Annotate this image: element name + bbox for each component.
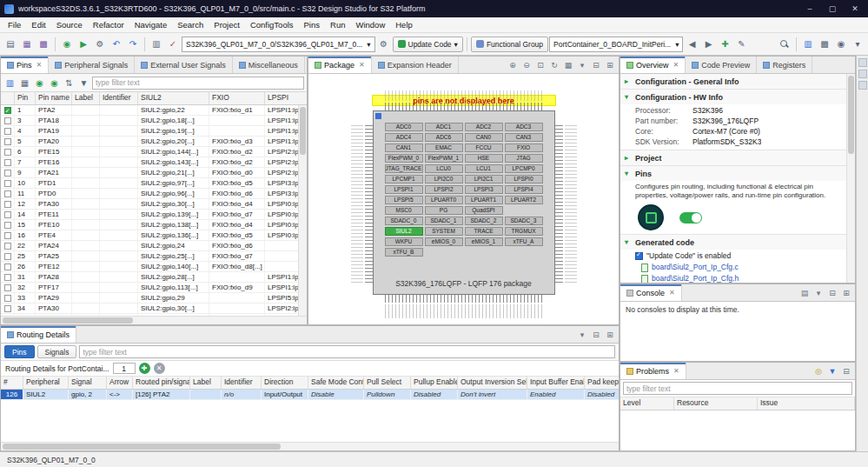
- peripheral-block-ADC3[interactable]: ADC3: [505, 123, 543, 131]
- edit-group-icon[interactable]: ✎: [733, 37, 749, 52]
- remove-routing-button[interactable]: ✕: [154, 363, 165, 374]
- pins-col-label[interactable]: Label: [72, 92, 100, 104]
- pins-col-fxio[interactable]: FXIO: [209, 92, 265, 104]
- peripheral-block-LPCMP0[interactable]: LPCMP0: [505, 164, 543, 173]
- prev-group-icon[interactable]: ◀: [684, 37, 699, 52]
- view-menu-icon[interactable]: ▾: [576, 329, 588, 341]
- chip-package[interactable]: ADC0ADC1ADC2ADC3ADC4ADC6CAN0CAN3CAN1EMAC…: [373, 110, 555, 295]
- pin-row-PTA29[interactable]: 33PTA29SIUL2:gpio,29LPSPI5:lpspi5_pc...: [1, 293, 298, 304]
- tab-miscellaneous[interactable]: Miscellaneous: [233, 57, 305, 73]
- routing-filter-input[interactable]: [79, 345, 615, 358]
- peripheral-block-LPSPI5[interactable]: LPSPI5: [385, 196, 423, 204]
- functional-group-combo[interactable]: PortContainer_0_BOARD_InitPeri... ▾: [549, 37, 683, 52]
- routing-col-arrow[interactable]: Arrow: [107, 377, 133, 389]
- peripheral-block-WKPU[interactable]: WKPU: [385, 237, 423, 246]
- pin-checkbox[interactable]: [4, 201, 11, 208]
- restore-view-icon[interactable]: [858, 58, 867, 67]
- section-header-pins[interactable]: ▾ Pins: [620, 166, 846, 181]
- section-header-generated-code[interactable]: ▾ Generated code: [620, 235, 846, 250]
- pin-row-PTA21[interactable]: 9PTA21SIUL2:gpio,21[...]FXIO:fxio_d0LPSP…: [1, 168, 298, 178]
- problems-filter-input[interactable]: [623, 382, 852, 395]
- pin-checkbox[interactable]: [4, 243, 11, 250]
- perspective-cpp-icon[interactable]: ▩: [817, 37, 832, 52]
- run-icon[interactable]: ▶: [76, 37, 91, 52]
- overview-vertical-scrollbar[interactable]: [846, 74, 855, 283]
- menu-item-pins[interactable]: Pins: [299, 18, 325, 31]
- peripheral-block-LPI2C1[interactable]: LPI2C1: [465, 175, 503, 183]
- peripheral-block-EMAC[interactable]: EMAC: [425, 143, 463, 152]
- peripheral-block-JTAG[interactable]: JTAG: [505, 154, 543, 163]
- routing-subtab-signals[interactable]: Signals: [37, 345, 77, 358]
- export-image-icon[interactable]: ▦: [562, 59, 574, 71]
- generated-file-link[interactable]: board\Siul2_Port_Ip_Cfg.h: [620, 273, 846, 283]
- peripheral-block-LPSPI3[interactable]: LPSPI3: [465, 185, 503, 194]
- peripheral-block-CAN1[interactable]: CAN1: [385, 143, 423, 152]
- peripheral-block-ADC6[interactable]: ADC6: [425, 133, 463, 142]
- routing-col-output-inversion-select[interactable]: Output Inversion Select: [458, 377, 527, 389]
- marker-icon[interactable]: ✓: [165, 37, 181, 52]
- peripheral-block-eMIOS_1[interactable]: eMIOS_1: [465, 237, 503, 246]
- peripheral-block-SDADC_1[interactable]: SDADC_1: [425, 217, 463, 225]
- grid-tool-icon[interactable]: ▥: [149, 37, 164, 52]
- pins-tool-icon[interactable]: [638, 204, 664, 230]
- pin-checkbox[interactable]: [4, 128, 11, 135]
- peripheral-block-ADC1[interactable]: ADC1: [425, 123, 463, 131]
- table-view-icon[interactable]: ▥: [3, 77, 17, 90]
- save-all-icon[interactable]: ▩: [36, 37, 51, 52]
- update-code-checkbox[interactable]: [635, 252, 643, 260]
- maximize-button[interactable]: ▢: [821, 0, 844, 17]
- console-menu-icon[interactable]: ▾: [812, 287, 825, 299]
- search-icon[interactable]: [777, 37, 792, 52]
- close-icon[interactable]: ✕: [673, 367, 679, 375]
- pin-checkbox[interactable]: [4, 222, 11, 229]
- maximize-panel-icon[interactable]: ⊞: [604, 329, 616, 341]
- add-group-icon[interactable]: ✚: [717, 37, 732, 52]
- peripheral-block-LPI2C0[interactable]: LPI2C0: [425, 175, 463, 183]
- peripheral-block-xTFU_B[interactable]: xTFU_B: [385, 248, 423, 257]
- peripheral-block-QuadSPI[interactable]: QuadSPI: [465, 206, 503, 215]
- pin-row-PTA24[interactable]: 22PTA24SIUL2:gpio,24FXIO:fxio_d6ADC2:adc…: [1, 241, 298, 251]
- routing-col-routed-pin-signal[interactable]: Routed pin/signal: [133, 377, 190, 389]
- pin-checkbox[interactable]: [4, 232, 11, 239]
- menu-item-edit[interactable]: Edit: [26, 18, 50, 31]
- peripheral-block-JTAG_TRACE[interactable]: JTAG_TRACE: [385, 164, 423, 173]
- routing-row-selected[interactable]: 126SIUL2gpio, 2<->[126] PTA2n/oInput/Out…: [1, 390, 619, 400]
- peripheral-block-ADC2[interactable]: ADC2: [465, 123, 503, 131]
- peripheral-block-LPCMP1[interactable]: LPCMP1: [385, 175, 423, 183]
- routing-col-identifier[interactable]: Identifier: [222, 377, 262, 389]
- peripheral-block-SIUL2[interactable]: SIUL2: [385, 227, 423, 236]
- minimize-panel-icon[interactable]: ⊟: [590, 59, 602, 71]
- pin-row-PTF17[interactable]: 32PTF17SIUL2:gpio,113[...]FXIO:fxio_d9LP…: [1, 283, 298, 293]
- minimize-panel-icon[interactable]: ⊟: [590, 329, 602, 341]
- pin-row-PTE10[interactable]: 15PTE10SIUL2:gpio,138[...]FXIO:fxio_d4LP…: [1, 220, 298, 230]
- pin-checkbox[interactable]: [4, 264, 11, 270]
- new-file-icon[interactable]: ▤: [3, 37, 18, 52]
- minimize-panel-icon[interactable]: ⊟: [840, 365, 852, 377]
- minimize-panel-icon[interactable]: ⊟: [826, 287, 838, 299]
- pin-row-PTD0[interactable]: 11PTD0SIUL2:gpio,96[...]FXIO:fxio_d6LPSP…: [1, 189, 298, 199]
- pins-col-lpspi[interactable]: LPSPI: [265, 92, 307, 104]
- pin-checkbox[interactable]: [4, 107, 11, 114]
- close-icon[interactable]: ✕: [669, 289, 675, 297]
- menu-item-configtools[interactable]: ConfigTools: [245, 18, 299, 31]
- pins-tool-toggle[interactable]: [679, 212, 702, 223]
- pin-row-PTA30[interactable]: 12PTA30SIUL2:gpio,30[...]FXIO:fxio_d4LPS…: [1, 199, 298, 210]
- routing-col-input-buffer-enable[interactable]: Input Buffer Enable: [527, 377, 585, 389]
- section-header-project[interactable]: ▸ Project: [620, 150, 846, 165]
- tab-external-user-signals[interactable]: External User Signals: [135, 57, 233, 73]
- pin-row-PTE4[interactable]: 16PTE4SIUL2:gpio,136[...]FXIO:fxio_d5LPS…: [1, 230, 298, 241]
- tab-package[interactable]: Package ✕: [308, 57, 372, 73]
- menu-item-refactor[interactable]: Refactor: [88, 18, 129, 31]
- peripheral-block-ADC4[interactable]: ADC4: [385, 133, 423, 142]
- routing-horizontal-scrollbar[interactable]: [1, 442, 619, 450]
- tab-pins[interactable]: Pins ✕: [1, 57, 49, 73]
- close-icon[interactable]: ✕: [359, 61, 365, 69]
- peripheral-block-HSE[interactable]: HSE: [465, 154, 503, 163]
- menu-item-project[interactable]: Project: [209, 18, 245, 31]
- tab-peripheral-signals[interactable]: Peripheral Signals: [49, 57, 135, 73]
- maximize-panel-icon[interactable]: ⊞: [840, 287, 852, 299]
- pin-row-PTA20[interactable]: 5PTA20SIUL2:gpio,20[...]FXIO:fxio_d3LPSP…: [1, 137, 298, 147]
- pin-row-PTA19[interactable]: 4PTA19SIUL2:gpio,19[...]LPSPI1:lpspi1_sc…: [1, 126, 298, 137]
- peripheral-block-MSC0[interactable]: MSC0: [385, 206, 423, 215]
- tab-code-preview[interactable]: Code Preview: [686, 57, 757, 73]
